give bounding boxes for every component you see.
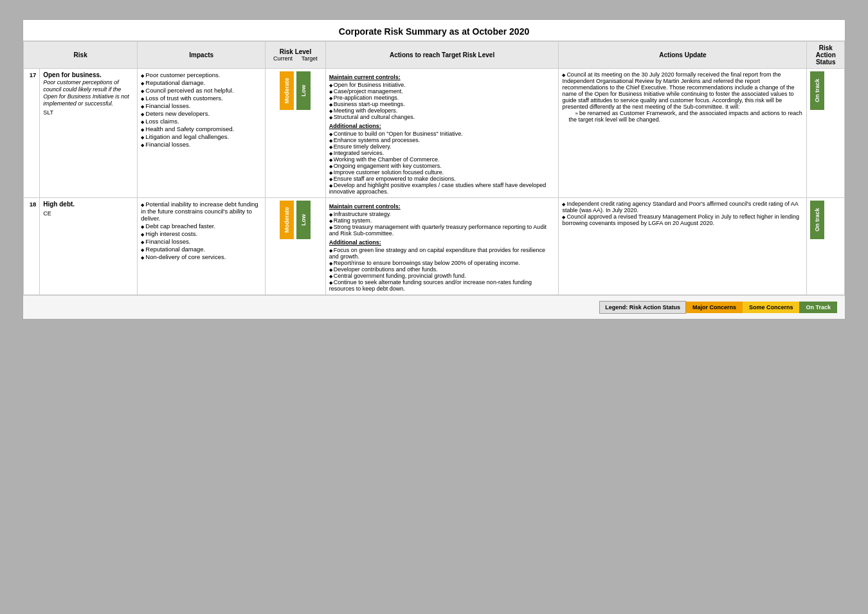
page-title: Corporate Risk Summary as at October 202… — [23, 20, 845, 41]
legend-label: Legend: Risk Action Status — [599, 301, 686, 314]
legend-bar: Legend: Risk Action Status Major Concern… — [23, 295, 845, 319]
col-header-risk-level: Risk Level Current Target — [266, 42, 326, 69]
current-level-badge: Moderate — [280, 71, 294, 110]
risk-description: High debt. CE — [40, 198, 138, 295]
risk-description: Open for business. Poor customer percept… — [40, 69, 138, 198]
col-header-impacts: Impacts — [138, 42, 266, 69]
actions-update-cell: Council at its meeting on the 30 July 20… — [559, 69, 807, 198]
row-number: 17 — [24, 69, 40, 198]
col-header-actions: Actions to reach Target Risk Level — [325, 42, 559, 69]
row-number: 18 — [24, 198, 40, 295]
col-header-risk: Risk — [24, 42, 138, 69]
target-level-badge: Low — [296, 71, 311, 110]
current-level-badge: Moderate — [280, 201, 294, 239]
risk-level-cell: Moderate Low — [266, 198, 326, 295]
col-header-status: Risk Action Status — [807, 42, 845, 69]
risk-impacts: Poor customer perceptions.Reputational d… — [138, 69, 266, 198]
status-cell: On track — [807, 69, 845, 198]
target-level-badge: Low — [296, 201, 311, 239]
col-header-actions-update: Actions Update — [559, 42, 807, 69]
actions-cell: Maintain current controls:Open for Busin… — [325, 69, 559, 198]
actions-update-cell: Independent credit rating agency Standar… — [559, 198, 807, 295]
status-badge: On track — [810, 71, 824, 110]
legend-some-concerns: Some Concerns — [743, 302, 800, 313]
legend-on-track: On Track — [799, 302, 837, 313]
status-badge: On track — [810, 201, 824, 239]
risk-impacts: Potential inability to increase debt fun… — [138, 198, 266, 295]
risk-level-cell: Moderate Low — [266, 69, 326, 198]
table-row: 18High debt. CEPotential inability to in… — [24, 198, 845, 295]
table-row: 17Open for business. Poor customer perce… — [24, 69, 845, 198]
actions-cell: Maintain current controls:Infrastructure… — [325, 198, 559, 295]
risk-table: Risk Impacts Risk Level Current Target A… — [23, 41, 845, 295]
legend-major-concerns: Major Concerns — [686, 302, 743, 313]
status-cell: On track — [807, 198, 845, 295]
